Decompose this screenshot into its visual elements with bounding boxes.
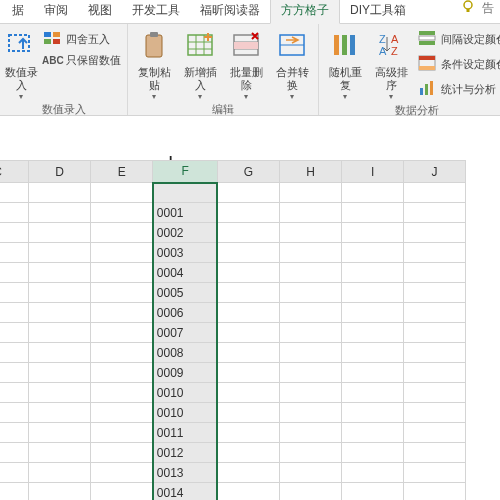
cell[interactable] xyxy=(404,263,466,283)
cell[interactable] xyxy=(280,303,342,323)
cell[interactable] xyxy=(280,383,342,403)
cell[interactable] xyxy=(29,303,91,323)
cell[interactable] xyxy=(280,283,342,303)
cell[interactable] xyxy=(29,423,91,443)
cell[interactable] xyxy=(0,243,29,263)
cell[interactable] xyxy=(217,403,279,423)
cell[interactable] xyxy=(29,343,91,363)
tell-me[interactable]: 告 xyxy=(458,0,500,23)
cell[interactable] xyxy=(91,363,153,383)
cell[interactable] xyxy=(404,483,466,501)
cell[interactable] xyxy=(29,183,91,203)
btn-value-input[interactable]: 数值录 入 ▾ xyxy=(6,27,36,100)
cell[interactable] xyxy=(342,483,404,501)
cell[interactable] xyxy=(217,263,279,283)
col-header-E[interactable]: E xyxy=(91,161,153,183)
cell[interactable] xyxy=(217,483,279,501)
cell[interactable]: 0009 xyxy=(153,363,218,383)
btn-stats[interactable]: 统计与分析 ▾ xyxy=(417,77,500,101)
cell[interactable] xyxy=(29,463,91,483)
cell[interactable] xyxy=(404,423,466,443)
cell[interactable] xyxy=(29,383,91,403)
cell[interactable]: 0005 xyxy=(153,283,218,303)
cell[interactable] xyxy=(404,303,466,323)
cell[interactable]: 0002 xyxy=(153,223,218,243)
cell[interactable] xyxy=(217,223,279,243)
cell[interactable] xyxy=(342,303,404,323)
cell[interactable] xyxy=(217,343,279,363)
cell[interactable] xyxy=(280,363,342,383)
cell[interactable] xyxy=(217,243,279,263)
cell[interactable] xyxy=(0,443,29,463)
col-header-J[interactable]: J xyxy=(404,161,466,183)
cell[interactable] xyxy=(0,263,29,283)
cell[interactable] xyxy=(280,223,342,243)
cell[interactable] xyxy=(404,463,466,483)
col-header-H[interactable]: H xyxy=(280,161,342,183)
cell[interactable] xyxy=(217,283,279,303)
cell[interactable] xyxy=(0,183,29,203)
cell[interactable] xyxy=(91,323,153,343)
cell[interactable] xyxy=(0,323,29,343)
cell[interactable] xyxy=(404,323,466,343)
tab-devtools[interactable]: 开发工具 xyxy=(122,0,190,23)
cell[interactable] xyxy=(217,323,279,343)
cell[interactable] xyxy=(217,303,279,323)
cell[interactable]: 0008 xyxy=(153,343,218,363)
worksheet[interactable]: Ⅰ CDEFGHIJ000100020003000400050006000700… xyxy=(0,116,500,500)
cell[interactable] xyxy=(91,483,153,501)
cell[interactable] xyxy=(0,383,29,403)
cell[interactable] xyxy=(91,303,153,323)
cell[interactable] xyxy=(342,323,404,343)
btn-interval-color[interactable]: 间隔设定颜色 xyxy=(417,27,500,51)
cell[interactable] xyxy=(0,483,29,501)
tab-data[interactable]: 据 xyxy=(2,0,34,23)
cell[interactable] xyxy=(29,483,91,501)
cell[interactable] xyxy=(342,183,404,203)
cell[interactable] xyxy=(342,423,404,443)
cell[interactable] xyxy=(404,283,466,303)
cell[interactable] xyxy=(29,443,91,463)
cell[interactable] xyxy=(280,183,342,203)
btn-adv-sort[interactable]: ZAAZ 高级排 序 ▾ xyxy=(371,27,411,100)
btn-copy-paste[interactable]: 复制粘 贴 ▾ xyxy=(134,27,174,100)
tab-view[interactable]: 视图 xyxy=(78,0,122,23)
cell[interactable]: 0006 xyxy=(153,303,218,323)
cell[interactable] xyxy=(342,343,404,363)
cell[interactable] xyxy=(280,263,342,283)
cell[interactable] xyxy=(217,463,279,483)
col-header-D[interactable]: D xyxy=(29,161,91,183)
cell[interactable] xyxy=(0,283,29,303)
cell[interactable] xyxy=(217,443,279,463)
cell[interactable] xyxy=(153,183,218,203)
cell[interactable] xyxy=(404,243,466,263)
cell[interactable] xyxy=(342,283,404,303)
cell[interactable] xyxy=(404,343,466,363)
cell[interactable] xyxy=(280,343,342,363)
cell[interactable] xyxy=(404,183,466,203)
cell[interactable]: 0003 xyxy=(153,243,218,263)
cell[interactable] xyxy=(280,423,342,443)
cell[interactable]: 0014 xyxy=(153,483,218,501)
btn-insert[interactable]: 新增插 入 ▾ xyxy=(180,27,220,100)
btn-cond-color[interactable]: 条件设定颜色 xyxy=(417,52,500,76)
cell[interactable] xyxy=(217,203,279,223)
cell[interactable] xyxy=(91,243,153,263)
cell[interactable] xyxy=(29,283,91,303)
cell[interactable] xyxy=(29,223,91,243)
cell[interactable] xyxy=(0,343,29,363)
cell[interactable] xyxy=(29,363,91,383)
cell[interactable] xyxy=(217,363,279,383)
cell[interactable] xyxy=(91,403,153,423)
cell[interactable]: 0013 xyxy=(153,463,218,483)
cell[interactable]: 0010 xyxy=(153,403,218,423)
cell[interactable] xyxy=(342,243,404,263)
cell[interactable] xyxy=(280,443,342,463)
cell[interactable] xyxy=(91,463,153,483)
cell[interactable] xyxy=(91,223,153,243)
cell[interactable] xyxy=(0,203,29,223)
cell[interactable]: 0011 xyxy=(153,423,218,443)
cell[interactable] xyxy=(280,403,342,423)
cell[interactable] xyxy=(217,423,279,443)
cell[interactable] xyxy=(280,483,342,501)
